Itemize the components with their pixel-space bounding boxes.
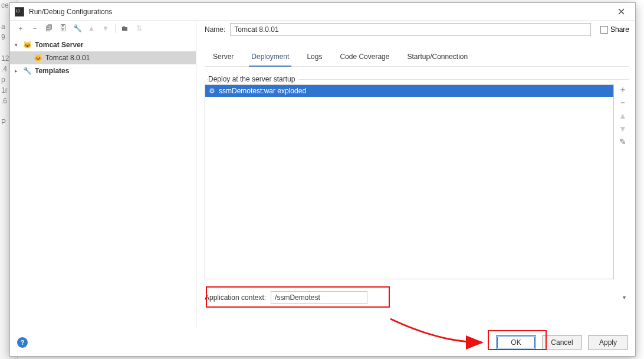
artifact-icon: ⚙ (209, 87, 215, 95)
tab-server[interactable]: Server (211, 49, 236, 66)
tomcat-local-icon: 🐱 (34, 54, 43, 62)
tree-node-templates[interactable]: ▸ 🔧 Templates (10, 64, 196, 77)
config-toolbar: ＋ － 🗐 🗄 🔧 ▲ ▼ 🖿 ⇅ (10, 21, 196, 36)
name-input[interactable] (230, 23, 591, 36)
share-label: Share (610, 25, 629, 34)
name-row: Name: Share (205, 22, 629, 37)
artifact-label: ssmDemotest:war exploded (219, 87, 306, 95)
dialog-body: ＋ － 🗐 🗄 🔧 ▲ ▼ 🖿 ⇅ ▾ 🐱 Tomcat Server 🐱 (10, 21, 635, 329)
right-pane: Name: Share Server Deployment Logs Code … (196, 21, 635, 329)
tab-deployment[interactable]: Deployment (249, 49, 291, 67)
chevron-down-icon[interactable]: ▾ (623, 294, 626, 301)
share-checkbox[interactable] (600, 26, 608, 34)
deploy-section: ⚙ ssmDemotest:war exploded ＋ － ▲ ▼ ✎ (205, 84, 629, 279)
move-down-button[interactable]: ▼ (100, 22, 111, 34)
app-icon (15, 7, 24, 17)
dialog-title: Run/Debug Configurations (29, 8, 609, 16)
expander-icon[interactable]: ▸ (15, 68, 21, 74)
ok-button[interactable]: OK (496, 335, 536, 350)
left-pane: ＋ － 🗐 🗄 🔧 ▲ ▼ 🖿 ⇅ ▾ 🐱 Tomcat Server 🐱 (10, 21, 196, 329)
application-context-input[interactable] (271, 291, 367, 304)
remove-config-button[interactable]: － (29, 22, 41, 34)
tab-startup-connection[interactable]: Startup/Connection (405, 49, 470, 66)
tabs: Server Deployment Logs Code Coverage Sta… (205, 49, 629, 67)
cancel-button[interactable]: Cancel (542, 335, 582, 350)
separator (115, 24, 116, 33)
tree-label: Tomcat 8.0.01 (45, 54, 90, 62)
tab-code-coverage[interactable]: Code Coverage (337, 49, 392, 66)
edit-artifact-button[interactable]: ✎ (617, 136, 628, 147)
tomcat-icon: 🐱 (23, 41, 32, 49)
copy-config-button[interactable]: 🗐 (43, 22, 55, 34)
expander-icon[interactable]: ▾ (15, 42, 21, 48)
config-tree[interactable]: ▾ 🐱 Tomcat Server 🐱 Tomcat 8.0.01 ▸ 🔧 Te… (10, 36, 196, 329)
remove-artifact-button[interactable]: － (617, 97, 628, 108)
deploy-legend: Deploy at the server startup (207, 75, 629, 83)
tree-node-tomcat-instance[interactable]: 🐱 Tomcat 8.0.01 (10, 51, 196, 64)
tab-logs[interactable]: Logs (304, 49, 324, 66)
folder-button[interactable]: 🖿 (119, 22, 131, 34)
close-button[interactable] (609, 4, 633, 20)
edit-defaults-button[interactable]: 🔧 (71, 22, 83, 34)
apply-button[interactable]: Apply (588, 335, 628, 350)
add-artifact-button[interactable]: ＋ (617, 84, 628, 95)
dialog-footer: ? OK Cancel Apply (10, 329, 635, 356)
name-label: Name: (205, 25, 225, 34)
application-context-label: Application context: (205, 293, 266, 302)
move-artifact-up-button[interactable]: ▲ (617, 110, 628, 121)
wrench-icon: 🔧 (23, 67, 32, 75)
titlebar: Run/Debug Configurations (10, 3, 635, 21)
share-checkbox-group[interactable]: Share (600, 25, 629, 34)
application-context-row: Application context: ▾ (205, 290, 629, 305)
move-artifact-down-button[interactable]: ▼ (617, 123, 628, 134)
artifact-item[interactable]: ⚙ ssmDemotest:war exploded (205, 85, 613, 97)
move-up-button[interactable]: ▲ (86, 22, 97, 34)
tree-label: Tomcat Server (35, 41, 83, 49)
add-config-button[interactable]: ＋ (15, 22, 27, 34)
tree-node-tomcat-server[interactable]: ▾ 🐱 Tomcat Server (10, 38, 196, 51)
sort-button[interactable]: ⇅ (133, 22, 145, 34)
help-button[interactable]: ? (17, 337, 28, 348)
tree-label: Templates (35, 67, 69, 75)
run-debug-config-dialog: Run/Debug Configurations ＋ － 🗐 🗄 🔧 ▲ ▼ 🖿… (9, 2, 636, 357)
deploy-artifact-list[interactable]: ⚙ ssmDemotest:war exploded (205, 84, 614, 279)
save-config-button[interactable]: 🗄 (57, 22, 69, 34)
deploy-side-toolbar: ＋ － ▲ ▼ ✎ (616, 84, 629, 279)
